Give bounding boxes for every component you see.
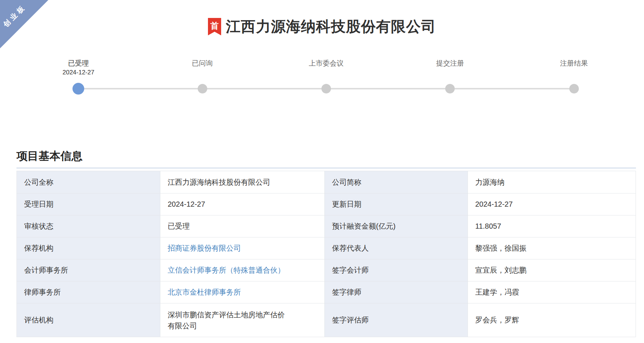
step-label: 注册结果 — [512, 59, 636, 68]
value-review-status: 已受理 — [160, 215, 324, 237]
value-signing-lawyers: 王建学，冯霞 — [468, 281, 636, 303]
step-submit-registration: 提交注册 — [388, 59, 512, 97]
value-signing-appraisers: 罗会兵，罗辉 — [468, 303, 636, 337]
page: 创业板 首 江西力源海纳科技股份有限公司 已受理 2024-12-27 已问询 … — [0, 0, 644, 343]
step-label: 已问询 — [140, 59, 264, 68]
label-signing-appraisers: 签字评估师 — [324, 303, 468, 337]
label-planned-financing: 预计融资金额(亿元) — [324, 215, 468, 237]
label-review-status: 审核状态 — [17, 215, 160, 237]
law-firm-link[interactable]: 北京市金杜律师事务所 — [168, 287, 241, 297]
label-sponsor-representatives: 保荐代表人 — [324, 237, 468, 259]
label-company-short-name: 公司简称 — [324, 171, 468, 193]
label-signing-lawyers: 签字律师 — [324, 281, 468, 303]
step-registration-result: 注册结果 — [512, 59, 636, 97]
value-signing-accountants: 宣宜辰，刘志鹏 — [468, 259, 636, 281]
label-law-firm: 律师事务所 — [17, 281, 160, 303]
company-title: 江西力源海纳科技股份有限公司 — [226, 16, 436, 37]
progress-stepper: 已受理 2024-12-27 已问询 上市委会议 提交注册 注册结果 — [16, 59, 636, 97]
label-update-date: 更新日期 — [324, 193, 468, 215]
step-listing-committee: 上市委会议 — [264, 59, 388, 97]
step-label: 提交注册 — [388, 59, 512, 68]
step-date — [264, 68, 388, 77]
section-title-basic-info: 项目基本信息 — [16, 149, 636, 169]
cell-law-firm: 北京市金杜律师事务所 — [160, 281, 324, 303]
first-badge-icon: 首 — [208, 18, 221, 36]
label-sponsor-institution: 保荐机构 — [17, 237, 160, 259]
step-dot — [321, 84, 331, 93]
value-sponsor-representatives: 黎强强，徐国振 — [468, 237, 636, 259]
sponsor-institution-link[interactable]: 招商证券股份有限公司 — [168, 243, 241, 253]
accounting-firm-link[interactable]: 立信会计师事务所（特殊普通合伙） — [168, 265, 285, 275]
step-dot — [569, 84, 579, 93]
label-acceptance-date: 受理日期 — [17, 193, 160, 215]
step-date: 2024-12-27 — [16, 68, 140, 77]
label-company-full-name: 公司全称 — [17, 171, 160, 193]
project-info-table: 公司全称 江西力源海纳科技股份有限公司 公司简称 力源海纳 受理日期 2024-… — [16, 171, 636, 337]
value-planned-financing: 11.8057 — [468, 215, 636, 237]
value-company-full-name: 江西力源海纳科技股份有限公司 — [160, 171, 324, 193]
cell-accounting-firm: 立信会计师事务所（特殊普通合伙） — [160, 259, 324, 281]
value-update-date: 2024-12-27 — [468, 193, 636, 215]
label-appraisal-agency: 评估机构 — [17, 303, 160, 337]
basic-info-section: 项目基本信息 公司全称 江西力源海纳科技股份有限公司 公司简称 力源海纳 受理日… — [16, 149, 636, 337]
cell-sponsor-institution: 招商证券股份有限公司 — [160, 237, 324, 259]
step-date — [140, 68, 264, 77]
step-dot-active — [72, 83, 84, 95]
value-company-short-name: 力源海纳 — [468, 171, 636, 193]
page-header: 首 江西力源海纳科技股份有限公司 — [0, 0, 644, 37]
step-dot — [445, 84, 455, 93]
step-label: 已受理 — [16, 59, 140, 68]
step-date — [512, 68, 636, 77]
step-date — [388, 68, 512, 77]
step-label: 上市委会议 — [264, 59, 388, 68]
label-accounting-firm: 会计师事务所 — [17, 259, 160, 281]
label-signing-accountants: 签字会计师 — [324, 259, 468, 281]
step-accepted: 已受理 2024-12-27 — [16, 59, 140, 97]
cell-appraisal-agency: 深圳市鹏信资产评估土地房地产估价有限公司 — [160, 303, 324, 337]
step-dot — [198, 84, 207, 93]
step-inquired: 已问询 — [140, 59, 264, 97]
value-acceptance-date: 2024-12-27 — [160, 193, 324, 215]
value-appraisal-agency: 深圳市鹏信资产评估土地房地产估价有限公司 — [168, 309, 291, 331]
